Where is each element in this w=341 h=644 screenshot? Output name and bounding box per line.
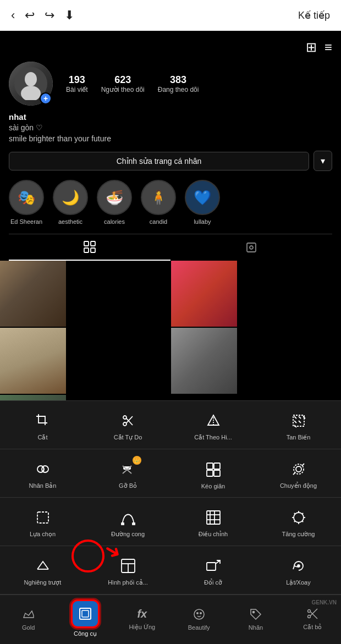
svg-line-43 — [294, 521, 295, 522]
tool-keo-gian[interactable]: Kéo giãn — [170, 454, 256, 493]
story-item-aesthetic[interactable]: 🌙 aesthetic — [53, 180, 88, 225]
tab-gold-label: Gold — [22, 624, 35, 631]
tool-tan-bien[interactable]: Tan Biến — [256, 405, 341, 444]
tool-lua-chon[interactable]: Lựa chọn — [0, 502, 85, 541]
svg-point-58 — [308, 615, 311, 618]
tool-hinh-phoi[interactable]: Hình phối cả... — [85, 551, 170, 590]
svg-point-23 — [296, 466, 301, 472]
nav-left-group: ‹ ↩ ↪ ⬇ — [11, 8, 74, 23]
layout-icon — [118, 556, 138, 576]
tool-tang-cuong-label: Tăng cường — [282, 531, 315, 538]
duplicate-icon — [33, 459, 53, 479]
story-circle: 🌙 — [53, 180, 88, 215]
toolbar-panel: Cắt Cắt Tự Do Cắt Theo Hi... — [0, 400, 341, 644]
photo-cell[interactable] — [0, 328, 66, 394]
tab-cat-bo[interactable]: Cắt bỏ — [284, 606, 341, 631]
tool-go-bo[interactable]: 👑 Gỡ Bỏ — [85, 454, 170, 493]
photo-cell[interactable] — [0, 261, 66, 327]
add-content-icon[interactable]: ⊞ — [306, 40, 317, 55]
story-item-candid[interactable]: 🧍 candid — [141, 180, 176, 225]
story-circle: 🎭 — [9, 180, 44, 215]
tool-row-3: Lựa chọn Đường cong — [0, 498, 341, 546]
resize-icon — [204, 556, 223, 576]
story-label: calories — [104, 218, 125, 225]
tool-dieu-chinh[interactable]: Điều chỉnh — [170, 502, 256, 541]
edit-profile-button[interactable]: Chỉnh sửa trang cá nhân — [9, 152, 309, 170]
select-icon — [33, 508, 53, 527]
story-item-lullaby[interactable]: 💙 lullaby — [185, 180, 220, 225]
edit-profile-row: Chỉnh sửa trang cá nhân ▾ — [9, 151, 332, 171]
story-label: lullaby — [194, 218, 211, 225]
face-tab-icon — [191, 607, 207, 622]
tool-chuyen-dong-label: Chuyển động — [280, 482, 317, 489]
svg-rect-20 — [214, 463, 220, 469]
add-story-button[interactable]: + — [40, 92, 52, 104]
svg-rect-30 — [207, 511, 220, 524]
story-label: aesthetic — [58, 218, 82, 225]
story-item-ed-sheeran[interactable]: 🎭 Ed Sheeran — [9, 180, 44, 225]
tool-lat-xoay[interactable]: Lật/Xoay — [256, 551, 341, 590]
tool-nhan-ban[interactable]: Nhân Bản — [0, 454, 85, 493]
tool-tan-bien-label: Tan Biến — [287, 434, 311, 441]
free-cut-icon — [118, 411, 138, 431]
enhance-icon — [289, 508, 309, 527]
tool-cat[interactable]: Cắt — [0, 405, 85, 444]
back-button[interactable]: ‹ — [11, 8, 15, 23]
tool-cat-theo-hinh-label: Cắt Theo Hi... — [194, 434, 232, 441]
tool-cat-theo-hinh[interactable]: Cắt Theo Hi... — [170, 405, 256, 444]
svg-rect-4 — [91, 241, 95, 246]
svg-point-50 — [298, 565, 300, 567]
download-button[interactable]: ⬇ — [64, 8, 74, 23]
svg-rect-5 — [84, 248, 89, 252]
svg-rect-6 — [91, 248, 95, 252]
fade-icon — [289, 411, 309, 431]
svg-point-56 — [252, 611, 254, 613]
crop-icon — [33, 411, 53, 431]
redo-button[interactable]: ↪ — [45, 8, 54, 23]
story-circle: 🧍 — [141, 180, 176, 215]
tool-duong-cong[interactable]: Đường cong — [85, 502, 170, 541]
shape-cut-icon — [204, 411, 223, 431]
svg-point-15 — [42, 466, 48, 472]
tab-hieu-ung-label: Hiệu Ứng — [129, 624, 155, 631]
svg-rect-21 — [207, 470, 213, 476]
photo-cell[interactable] — [171, 261, 237, 327]
menu-icon[interactable]: ≡ — [324, 40, 332, 55]
story-label: candid — [150, 218, 167, 225]
slant-icon — [33, 556, 53, 576]
rotate-icon — [289, 556, 309, 576]
profile-header: + 193 Bài viết 623 Người theo dõi 383 Đa… — [9, 62, 332, 106]
tool-doi-co[interactable]: Đổi cỡ — [170, 551, 256, 590]
tab-hieu-ung[interactable]: fx Hiệu Ứng — [114, 606, 170, 631]
tab-beautify[interactable]: Beautify — [170, 607, 227, 631]
undo-button[interactable]: ↩ — [25, 8, 35, 23]
curve-icon — [118, 508, 138, 527]
tab-gold[interactable]: Gold — [0, 607, 57, 631]
story-item-calories[interactable]: 🍜 calories — [97, 180, 132, 225]
tab-cong-cu[interactable]: Công cụ — [57, 599, 113, 637]
cong-cu-highlight-icon — [71, 599, 100, 628]
story-circle: 🍜 — [97, 180, 132, 215]
svg-point-54 — [196, 612, 197, 613]
dropdown-button[interactable]: ▾ — [314, 151, 332, 171]
tool-chuyen-dong[interactable]: Chuyển động — [256, 454, 341, 493]
next-button[interactable]: Kế tiếp — [298, 9, 330, 21]
tag-tab[interactable] — [170, 234, 332, 261]
tool-row-2: Nhân Bản 👑 Gỡ Bỏ — [0, 449, 341, 498]
tool-lat-xoay-label: Lật/Xoay — [286, 579, 310, 586]
grid-tab[interactable] — [9, 234, 170, 261]
profile-stats: 193 Bài viết 623 Người theo dõi 383 Đang… — [66, 74, 199, 93]
tab-nhan[interactable]: Nhãn — [227, 607, 284, 631]
tool-cat-tu-do[interactable]: Cắt Tự Do — [85, 405, 170, 444]
top-navigation: ‹ ↩ ↪ ⬇ Kế tiếp — [0, 0, 341, 31]
photo-cell[interactable] — [171, 328, 237, 394]
motion-icon — [289, 459, 309, 479]
scissors-tab-icon — [305, 606, 320, 621]
tool-nghieng-truot[interactable]: Nghiêng trượt — [0, 551, 85, 590]
profile-tabs — [9, 234, 332, 261]
tool-tang-cuong[interactable]: Tăng cường — [256, 502, 341, 541]
story-label: Ed Sheeran — [10, 218, 42, 225]
tool-hinh-phoi-label: Hình phối cả... — [108, 579, 148, 586]
posts-stat: 193 Bài viết — [66, 74, 88, 93]
svg-point-53 — [194, 609, 204, 619]
